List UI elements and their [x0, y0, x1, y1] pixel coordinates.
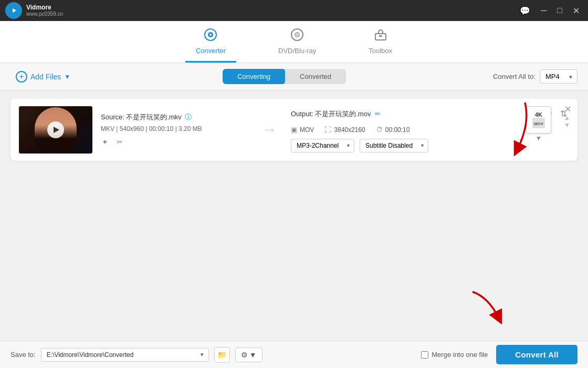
- chat-button[interactable]: 💬: [517, 5, 533, 17]
- toolbox-icon: [374, 28, 387, 45]
- badge-4k-text: 4K: [535, 111, 542, 118]
- settings-button[interactable]: ⚙ ▼: [235, 347, 262, 362]
- badge-dropdown-arrow[interactable]: ▼: [536, 135, 542, 142]
- title-bar-left: Vidmore www.pc0359.cn: [5, 2, 63, 19]
- audio-dropdown[interactable]: MP3-2Channel AAC-2Channel: [291, 139, 354, 152]
- edit-filename-icon[interactable]: ✏: [375, 110, 381, 118]
- file-meta: MKV | 540x960 | 00:00:10 | 3.20 MB: [101, 125, 248, 132]
- maximize-button[interactable]: □: [554, 5, 565, 16]
- tab-converting[interactable]: Converting: [223, 69, 285, 84]
- svg-point-7: [297, 34, 298, 36]
- add-files-label: Add Files: [30, 73, 61, 81]
- format-detail: ▣ MOV: [291, 126, 314, 134]
- format-select[interactable]: MP4 MOV MKV AVI: [540, 69, 578, 84]
- thumbnail-inner: [19, 106, 92, 154]
- play-icon: [54, 127, 59, 133]
- format-select-wrapper: MP4 MOV MKV AVI: [540, 69, 578, 84]
- resolution-value: 3840x2160: [334, 126, 365, 134]
- main-content: Source: 不是开玩笑的.mkv ⓘ MKV | 540x960 | 00:…: [0, 90, 588, 341]
- save-path-wrapper: ▼: [41, 348, 209, 362]
- toolbar: + Add Files ▼ Converting Converted Conve…: [0, 63, 588, 90]
- convert-all-button[interactable]: Convert All: [496, 345, 578, 364]
- subtitle-dropdown[interactable]: Subtitle Disabled Subtitle Enabled: [360, 139, 428, 152]
- svg-rect-9: [379, 35, 382, 37]
- card-nav-up[interactable]: ▲: [564, 115, 570, 121]
- tab-converter[interactable]: Converter: [185, 24, 236, 63]
- file-actions: ✦ ✂: [101, 137, 248, 147]
- app-logo: [5, 2, 22, 19]
- resolution-detail: ⛶ 3840x2160: [324, 126, 365, 134]
- convert-all-to: Convert All to: MP4 MOV MKV AVI: [493, 69, 578, 84]
- gear-icon: ⚙: [241, 351, 248, 359]
- duration-detail: ⏱ 00:00:10: [376, 126, 410, 134]
- merge-checkbox[interactable]: [421, 351, 428, 359]
- app-name: Vidmore: [26, 4, 63, 11]
- card-close-button[interactable]: ✕: [564, 104, 571, 114]
- resolution-icon: ⛶: [324, 126, 331, 134]
- merge-text: Merge into one file: [432, 351, 488, 359]
- tab-converted[interactable]: Converted: [285, 69, 346, 84]
- app-website: www.pc0359.cn: [26, 11, 63, 17]
- dvd-icon: [290, 28, 304, 45]
- output-filename: Output: 不是开玩笑的.mov: [291, 109, 371, 119]
- toolbar-tabs: Converting Converted: [84, 69, 485, 84]
- convert-tab-group: Converting Converted: [223, 69, 346, 84]
- title-bar: Vidmore www.pc0359.cn 💬 ─ □ ✕: [0, 0, 588, 21]
- star-button[interactable]: ✦: [101, 137, 109, 147]
- save-path-input[interactable]: [41, 348, 209, 362]
- source-text: Source: 不是开玩笑的.mkv: [101, 113, 182, 122]
- add-files-button[interactable]: + Add Files ▼: [10, 68, 76, 86]
- footer-right: Merge into one file Convert All: [421, 345, 578, 364]
- close-button[interactable]: ✕: [570, 5, 583, 17]
- add-files-dropdown-arrow[interactable]: ▼: [64, 73, 70, 80]
- nav-bar: Converter DVD/Blu-ray Toolbox: [0, 21, 588, 63]
- svg-text:MOV: MOV: [534, 121, 544, 126]
- tab-dvd-bluray[interactable]: DVD/Blu-ray: [268, 24, 327, 63]
- converter-icon: [204, 28, 217, 45]
- format-icon: ▣: [291, 126, 297, 134]
- file-info: Source: 不是开玩笑的.mkv ⓘ MKV | 540x960 | 00:…: [101, 113, 248, 147]
- folder-icon: 📁: [217, 351, 226, 359]
- converter-label: Converter: [196, 47, 226, 55]
- window-controls: 💬 ─ □ ✕: [517, 5, 583, 17]
- open-folder-button[interactable]: 📁: [214, 347, 230, 363]
- file-card: Source: 不是开玩笑的.mkv ⓘ MKV | 540x960 | 00:…: [10, 99, 578, 161]
- convert-all-to-label: Convert All to:: [493, 73, 536, 80]
- subtitle-dropdown-wrapper: Subtitle Disabled Subtitle Enabled: [360, 139, 428, 152]
- arrow-icon: →: [262, 121, 277, 138]
- play-button[interactable]: [47, 121, 64, 138]
- svg-point-4: [209, 34, 212, 36]
- title-bar-info: Vidmore www.pc0359.cn: [26, 4, 63, 17]
- audio-dropdown-wrapper: MP3-2Channel AAC-2Channel: [291, 139, 354, 152]
- scissors-button[interactable]: ✂: [116, 137, 124, 147]
- badge-4k-container: 4K MOV ▼: [526, 106, 551, 142]
- minimize-button[interactable]: ─: [538, 5, 550, 16]
- convert-arrow: →: [256, 121, 282, 138]
- card-nav: ▲ ▼: [564, 115, 570, 128]
- save-to-label: Save to:: [10, 351, 36, 359]
- mov-icon: MOV: [532, 118, 545, 128]
- file-source: Source: 不是开玩笑的.mkv ⓘ: [101, 113, 248, 122]
- toolbox-label: Toolbox: [369, 47, 392, 55]
- add-files-icon: +: [16, 71, 27, 83]
- source-info-icon[interactable]: ⓘ: [185, 113, 192, 122]
- footer: Save to: ▼ 📁 ⚙ ▼ Merge into one file Con…: [0, 341, 588, 368]
- format-value: MOV: [300, 126, 314, 134]
- dvd-label: DVD/Blu-ray: [278, 47, 316, 55]
- duration-value: 00:00:10: [385, 126, 410, 134]
- thumbnail: [19, 106, 92, 154]
- badge-4k[interactable]: 4K MOV: [526, 106, 551, 134]
- merge-label[interactable]: Merge into one file: [421, 351, 488, 359]
- card-nav-down[interactable]: ▼: [564, 122, 570, 128]
- clock-icon: ⏱: [376, 126, 383, 134]
- tab-toolbox[interactable]: Toolbox: [358, 24, 403, 63]
- settings-dropdown-arrow: ▼: [249, 351, 257, 359]
